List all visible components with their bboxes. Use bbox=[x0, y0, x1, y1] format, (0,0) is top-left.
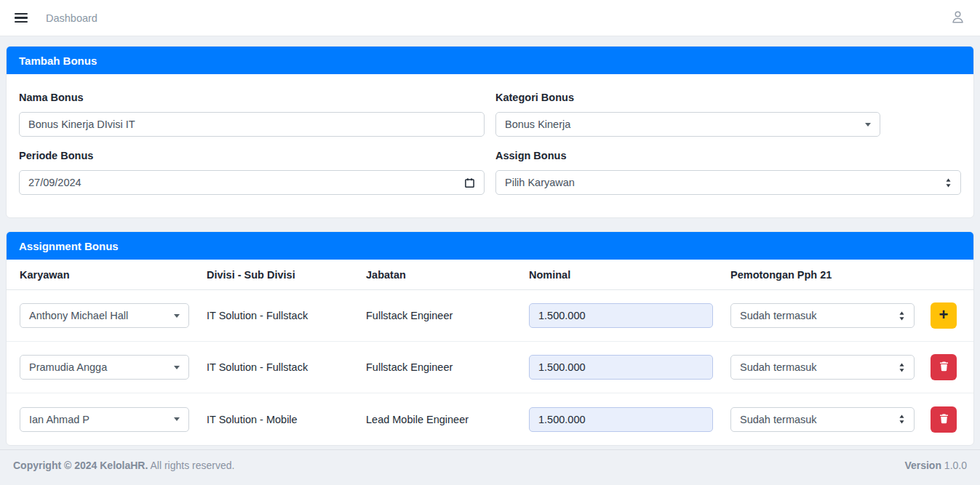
table-row: Anthony Michael Hall IT Solution - Fulls… bbox=[7, 290, 973, 342]
page-footer: Copyright © 2024 KelolaHR. All rights re… bbox=[0, 449, 980, 481]
chevron-down-icon bbox=[174, 417, 180, 421]
updown-arrows-icon bbox=[899, 311, 905, 321]
pph21-select-value: Sudah termasuk bbox=[740, 414, 817, 425]
karyawan-select[interactable]: Anthony Michael Hall bbox=[20, 303, 189, 328]
copyright-rest: All rights reserved. bbox=[148, 460, 234, 471]
col-header-nominal: Nominal bbox=[523, 269, 725, 281]
chevron-down-icon bbox=[174, 314, 180, 318]
karyawan-select[interactable]: Ian Ahmad P bbox=[20, 407, 189, 432]
kategori-bonus-value: Bonus Kinerja bbox=[505, 119, 570, 130]
table-header-row: Karyawan Divisi - Sub Divisi Jabatan Nom… bbox=[7, 260, 973, 290]
add-row-button[interactable]: + bbox=[931, 302, 957, 329]
karyawan-select-value: Ian Ahmad P bbox=[29, 414, 89, 425]
col-header-jabatan: Jabatan bbox=[360, 269, 523, 281]
updown-arrows-icon bbox=[899, 363, 905, 372]
copyright-text: Copyright © 2024 KelolaHR. All rights re… bbox=[13, 460, 234, 471]
trash-icon bbox=[939, 413, 949, 426]
divisi-cell: IT Solution - Fullstack bbox=[201, 310, 360, 321]
assignment-bonus-header: Assignment Bonus bbox=[7, 232, 973, 260]
karyawan-select-value: Pramudia Angga bbox=[29, 361, 107, 373]
version-value: 1.0.0 bbox=[941, 460, 967, 471]
periode-bonus-date-input[interactable]: 27/09/2024 bbox=[19, 170, 485, 195]
tambah-bonus-card: Tambah Bonus Nama Bonus Kategori Bonus B… bbox=[6, 46, 974, 218]
plus-icon: + bbox=[939, 307, 949, 323]
hamburger-menu-icon[interactable] bbox=[15, 13, 28, 23]
periode-bonus-value: 27/09/2024 bbox=[28, 177, 81, 188]
updown-arrows-icon bbox=[899, 414, 905, 424]
table-row: Pramudia Angga IT Solution - Fullstack F… bbox=[7, 342, 973, 393]
divisi-cell: IT Solution - Fullstack bbox=[201, 361, 360, 373]
pph21-select[interactable]: Sudah termasuk bbox=[730, 303, 915, 328]
jabatan-cell: Lead Mobile Engineer bbox=[360, 414, 523, 425]
karyawan-select[interactable]: Pramudia Angga bbox=[20, 355, 189, 380]
user-profile-button[interactable] bbox=[950, 9, 965, 27]
pph21-select-value: Sudah termasuk bbox=[740, 361, 817, 373]
calendar-icon[interactable] bbox=[464, 177, 475, 188]
person-icon bbox=[950, 9, 965, 27]
assign-bonus-value: Pilih Karyawan bbox=[505, 177, 575, 188]
tambah-bonus-header: Tambah Bonus bbox=[7, 47, 973, 74]
pph21-select-value: Sudah termasuk bbox=[740, 310, 817, 321]
top-navbar: Dashboard bbox=[0, 0, 980, 36]
pph21-select[interactable]: Sudah termasuk bbox=[730, 355, 915, 380]
assignment-bonus-card: Assignment Bonus Karyawan Divisi - Sub D… bbox=[6, 231, 974, 446]
jabatan-cell: Fullstack Engineer bbox=[360, 361, 523, 373]
assign-bonus-select[interactable]: Pilih Karyawan bbox=[495, 170, 961, 195]
nama-bonus-input[interactable] bbox=[19, 112, 485, 137]
pph21-select[interactable]: Sudah termasuk bbox=[730, 407, 915, 432]
delete-row-button[interactable] bbox=[931, 354, 957, 380]
copyright-strong: Copyright © 2024 KelolaHR. bbox=[13, 460, 148, 471]
version-text: Version 1.0.0 bbox=[904, 460, 967, 471]
nominal-input[interactable] bbox=[529, 303, 713, 328]
assign-bonus-label: Assign Bonus bbox=[495, 150, 961, 161]
version-strong: Version bbox=[904, 460, 941, 471]
delete-row-button[interactable] bbox=[931, 406, 957, 433]
periode-bonus-label: Periode Bonus bbox=[19, 150, 485, 161]
nama-bonus-label: Nama Bonus bbox=[19, 92, 485, 103]
col-header-karyawan: Karyawan bbox=[14, 269, 201, 281]
table-row: Ian Ahmad P IT Solution - Mobile Lead Mo… bbox=[7, 393, 973, 445]
chevron-down-icon bbox=[865, 123, 871, 127]
divisi-cell: IT Solution - Mobile bbox=[201, 414, 360, 425]
page-title: Dashboard bbox=[46, 12, 97, 24]
col-header-pph21: Pemotongan Pph 21 bbox=[725, 269, 917, 281]
nominal-input[interactable] bbox=[529, 407, 713, 432]
kategori-bonus-label: Kategori Bonus bbox=[495, 92, 961, 103]
col-header-divisi: Divisi - Sub Divisi bbox=[201, 269, 360, 281]
karyawan-select-value: Anthony Michael Hall bbox=[29, 310, 128, 321]
chevron-down-icon bbox=[174, 366, 180, 369]
updown-arrows-icon bbox=[945, 178, 952, 188]
jabatan-cell: Fullstack Engineer bbox=[360, 310, 523, 321]
trash-icon bbox=[939, 361, 949, 374]
kategori-bonus-select[interactable]: Bonus Kinerja bbox=[495, 112, 880, 137]
nominal-input[interactable] bbox=[529, 355, 713, 380]
